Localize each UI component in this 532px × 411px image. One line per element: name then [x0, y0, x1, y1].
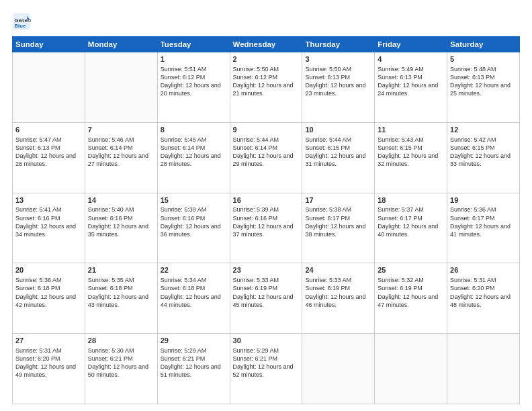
day-number: 18: [378, 195, 444, 205]
day-info: Daylight: 12 hours and 51 minutes.: [161, 363, 227, 379]
calendar-cell: 25Sunrise: 5:32 AMSunset: 6:19 PMDayligh…: [375, 263, 447, 334]
day-info: Sunrise: 5:37 AM: [378, 205, 444, 214]
calendar-cell: [85, 52, 157, 123]
day-info: Daylight: 12 hours and 26 minutes.: [15, 152, 82, 168]
calendar-cell: 17Sunrise: 5:38 AMSunset: 6:17 PMDayligh…: [302, 193, 375, 263]
day-info: Daylight: 12 hours and 33 minutes.: [450, 152, 517, 168]
day-info: Daylight: 12 hours and 20 minutes.: [161, 81, 227, 97]
calendar-cell: 6Sunrise: 5:47 AMSunset: 6:13 PMDaylight…: [13, 122, 85, 193]
day-info: Daylight: 12 hours and 37 minutes.: [233, 222, 300, 238]
day-info: Sunset: 6:12 PM: [161, 73, 227, 81]
day-info: Daylight: 12 hours and 23 minutes.: [305, 81, 371, 97]
day-number: 10: [305, 125, 371, 135]
day-info: Sunset: 6:21 PM: [161, 355, 227, 363]
calendar-cell: 16Sunrise: 5:39 AMSunset: 6:16 PMDayligh…: [230, 193, 302, 263]
day-info: Daylight: 12 hours and 49 minutes.: [15, 363, 82, 379]
calendar-cell: 27Sunrise: 5:31 AMSunset: 6:20 PMDayligh…: [13, 334, 85, 404]
day-info: Sunset: 6:19 PM: [305, 284, 371, 292]
day-number: 11: [378, 125, 444, 135]
day-number: 16: [233, 195, 300, 205]
day-info: Sunset: 6:14 PM: [88, 144, 154, 152]
calendar-cell: [447, 334, 520, 404]
day-number: 23: [233, 265, 300, 275]
calendar-week-row: 20Sunrise: 5:36 AMSunset: 6:18 PMDayligh…: [13, 263, 520, 334]
day-info: Sunrise: 5:31 AM: [15, 347, 82, 355]
day-info: Sunset: 6:13 PM: [378, 73, 444, 81]
day-info: Sunrise: 5:44 AM: [305, 136, 371, 144]
day-number: 7: [88, 125, 154, 135]
day-info: Daylight: 12 hours and 38 minutes.: [305, 222, 371, 238]
day-info: Sunset: 6:14 PM: [161, 144, 227, 152]
day-number: 20: [15, 265, 82, 275]
day-number: 29: [161, 336, 227, 346]
calendar-week-row: 6Sunrise: 5:47 AMSunset: 6:13 PMDaylight…: [13, 122, 520, 193]
day-info: Sunrise: 5:32 AM: [378, 276, 444, 284]
col-wednesday: Wednesday: [230, 37, 302, 52]
day-info: Sunset: 6:15 PM: [305, 144, 371, 152]
day-info: Daylight: 12 hours and 27 minutes.: [88, 152, 154, 168]
calendar-cell: [375, 334, 447, 404]
day-info: Daylight: 12 hours and 25 minutes.: [450, 81, 517, 97]
day-info: Sunrise: 5:39 AM: [233, 205, 300, 214]
day-info: Sunrise: 5:29 AM: [161, 347, 227, 355]
calendar-cell: 10Sunrise: 5:44 AMSunset: 6:15 PMDayligh…: [302, 122, 375, 193]
day-info: Sunrise: 5:42 AM: [450, 136, 517, 144]
day-number: 12: [450, 125, 517, 135]
day-number: 30: [233, 336, 300, 346]
day-info: Daylight: 12 hours and 46 minutes.: [305, 293, 371, 309]
day-info: Sunrise: 5:51 AM: [161, 65, 227, 73]
day-number: 19: [450, 195, 517, 205]
day-info: Daylight: 12 hours and 52 minutes.: [233, 363, 300, 379]
day-info: Sunrise: 5:30 AM: [88, 347, 154, 355]
day-info: Sunset: 6:17 PM: [450, 214, 517, 222]
day-info: Sunrise: 5:41 AM: [15, 205, 82, 214]
day-info: Sunset: 6:13 PM: [450, 73, 517, 81]
day-number: 9: [233, 125, 300, 135]
day-info: Sunset: 6:13 PM: [15, 144, 82, 152]
page: General Blue Sunday Monday Tuesday Wedne…: [0, 0, 532, 411]
calendar-cell: 26Sunrise: 5:31 AMSunset: 6:20 PMDayligh…: [447, 263, 520, 334]
day-number: 15: [161, 195, 227, 205]
calendar-cell: 2Sunrise: 5:50 AMSunset: 6:12 PMDaylight…: [230, 52, 302, 123]
calendar-cell: 1Sunrise: 5:51 AMSunset: 6:12 PMDaylight…: [157, 52, 230, 123]
day-info: Sunset: 6:15 PM: [378, 144, 444, 152]
day-info: Sunset: 6:15 PM: [450, 144, 517, 152]
day-number: 24: [305, 265, 371, 275]
day-info: Daylight: 12 hours and 44 minutes.: [161, 293, 227, 309]
calendar-week-row: 1Sunrise: 5:51 AMSunset: 6:12 PMDaylight…: [13, 52, 520, 123]
calendar-cell: 23Sunrise: 5:33 AMSunset: 6:19 PMDayligh…: [230, 263, 302, 334]
col-saturday: Saturday: [447, 37, 520, 52]
day-info: Sunset: 6:13 PM: [305, 73, 371, 81]
day-number: 14: [88, 195, 154, 205]
day-info: Sunrise: 5:36 AM: [450, 205, 517, 214]
day-info: Sunrise: 5:31 AM: [450, 276, 517, 284]
calendar-cell: 12Sunrise: 5:42 AMSunset: 6:15 PMDayligh…: [447, 122, 520, 193]
calendar-cell: 18Sunrise: 5:37 AMSunset: 6:17 PMDayligh…: [375, 193, 447, 263]
calendar-cell: 3Sunrise: 5:50 AMSunset: 6:13 PMDaylight…: [302, 52, 375, 123]
calendar-cell: 9Sunrise: 5:44 AMSunset: 6:14 PMDaylight…: [230, 122, 302, 193]
calendar-cell: [302, 334, 375, 404]
day-info: Sunrise: 5:33 AM: [233, 276, 300, 284]
calendar-cell: 14Sunrise: 5:40 AMSunset: 6:16 PMDayligh…: [85, 193, 157, 263]
day-info: Sunrise: 5:47 AM: [15, 136, 82, 144]
day-info: Sunset: 6:16 PM: [15, 214, 82, 222]
day-info: Sunset: 6:21 PM: [88, 355, 154, 363]
day-number: 13: [15, 195, 82, 205]
day-info: Daylight: 12 hours and 41 minutes.: [450, 222, 517, 238]
day-info: Sunrise: 5:46 AM: [88, 136, 154, 144]
day-number: 26: [450, 265, 517, 275]
day-info: Daylight: 12 hours and 34 minutes.: [15, 222, 82, 238]
calendar-week-row: 13Sunrise: 5:41 AMSunset: 6:16 PMDayligh…: [13, 193, 520, 263]
day-info: Daylight: 12 hours and 43 minutes.: [88, 293, 154, 309]
calendar-cell: 13Sunrise: 5:41 AMSunset: 6:16 PMDayligh…: [13, 193, 85, 263]
day-number: 27: [15, 336, 82, 346]
day-info: Sunrise: 5:39 AM: [161, 205, 227, 214]
day-info: Daylight: 12 hours and 29 minutes.: [233, 152, 300, 168]
day-info: Sunrise: 5:38 AM: [305, 205, 371, 214]
calendar-cell: 8Sunrise: 5:45 AMSunset: 6:14 PMDaylight…: [157, 122, 230, 193]
day-info: Daylight: 12 hours and 31 minutes.: [305, 152, 371, 168]
col-tuesday: Tuesday: [157, 37, 230, 52]
day-number: 22: [161, 265, 227, 275]
calendar-cell: [13, 52, 85, 123]
day-info: Sunset: 6:21 PM: [233, 355, 300, 363]
